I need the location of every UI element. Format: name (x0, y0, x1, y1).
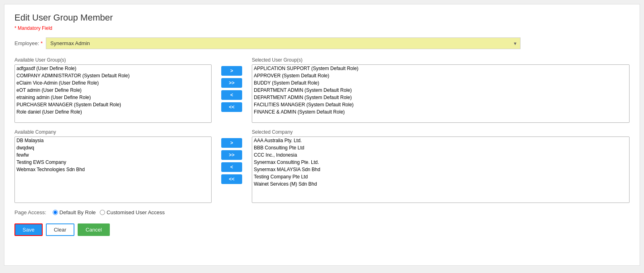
company-section: Available Company DB Malaysiadwqdwqfewfw… (14, 129, 630, 203)
save-button[interactable]: Save (14, 223, 43, 236)
move-left-group-button[interactable]: < (221, 90, 242, 100)
page-access-row: Page Access: Default By Role Customised … (14, 209, 630, 215)
page-access-label: Page Access: (14, 209, 46, 215)
clear-button[interactable]: Clear (46, 223, 74, 236)
selected-company-panel: Selected Company AAA Australia Pty. Ltd.… (252, 129, 630, 203)
cancel-button[interactable]: Cancel (78, 223, 110, 236)
employee-select[interactable]: Synermax Admin (46, 37, 521, 49)
radio-customised-access[interactable]: Customised User Access (100, 209, 165, 215)
available-groups-label: Available User Group(s) (14, 57, 212, 63)
employee-label: Employee: * (14, 40, 43, 46)
move-all-left-company-button[interactable]: << (221, 174, 242, 184)
employee-select-wrapper: Synermax Admin (46, 37, 521, 49)
user-groups-section: Available User Group(s) adfgasdf (User D… (14, 57, 630, 123)
move-right-company-button[interactable]: > (221, 138, 242, 148)
selected-groups-list[interactable]: APPLICATION SUPPORT (System Default Role… (252, 64, 630, 123)
available-company-panel: Available Company DB Malaysiadwqdwqfewfw… (14, 129, 212, 203)
company-transfer-buttons: > >> < << (212, 129, 252, 203)
radio-custom-input[interactable] (100, 210, 105, 215)
selected-groups-label: Selected User Group(s) (252, 57, 630, 63)
selected-companies-list[interactable]: AAA Australia Pty. Ltd.BBB Consulting Pt… (252, 136, 630, 203)
available-company-label: Available Company (14, 129, 212, 135)
radio-custom-label: Customised User Access (107, 209, 165, 215)
available-companies-list[interactable]: DB MalaysiadwqdwqfewfwTesting EWS Compan… (14, 136, 212, 203)
radio-default-by-role[interactable]: Default By Role (53, 209, 96, 215)
move-right-group-button[interactable]: > (221, 66, 242, 76)
page-container: Edit User Group Member * Mandatory Field… (4, 4, 640, 266)
employee-row: Employee: * Synermax Admin (14, 37, 630, 49)
available-groups-list[interactable]: adfgasdf (User Define Role)COMPANY ADMIN… (14, 64, 212, 123)
selected-company-label: Selected Company (252, 129, 630, 135)
move-all-right-group-button[interactable]: >> (221, 78, 242, 88)
move-all-left-group-button[interactable]: << (221, 102, 242, 112)
move-left-company-button[interactable]: < (221, 162, 242, 172)
available-groups-panel: Available User Group(s) adfgasdf (User D… (14, 57, 212, 123)
radio-default-input[interactable] (53, 210, 58, 215)
move-all-right-company-button[interactable]: >> (221, 150, 242, 160)
page-title: Edit User Group Member (14, 12, 630, 23)
mandatory-note: * Mandatory Field (14, 25, 630, 31)
groups-transfer-buttons: > >> < << (212, 57, 252, 123)
footer-buttons: Save Clear Cancel (14, 223, 630, 236)
radio-default-label: Default By Role (60, 209, 96, 215)
selected-groups-panel: Selected User Group(s) APPLICATION SUPPO… (252, 57, 630, 123)
